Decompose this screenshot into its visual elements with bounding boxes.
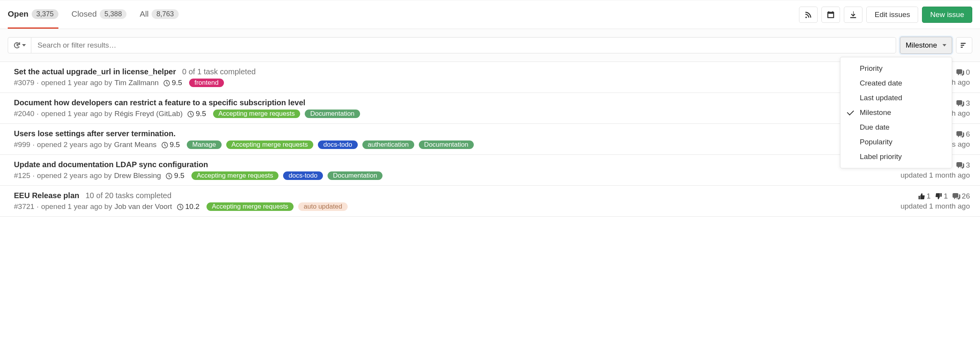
issue-id: #3721	[14, 202, 34, 211]
issue-author[interactable]: Drew Blessing	[114, 171, 161, 180]
edit-issues-button[interactable]: Edit issues	[866, 7, 918, 23]
export-button[interactable]	[844, 7, 862, 23]
upvotes: 1	[918, 192, 931, 200]
task-progress: 0 of 1 task completed	[182, 67, 256, 76]
issue-label[interactable]: Documentation	[419, 140, 474, 149]
issue-label[interactable]: Documentation	[305, 110, 360, 118]
issue-label[interactable]: Accepting merge requests	[191, 171, 279, 180]
downvotes: 1	[935, 192, 948, 200]
issue-author[interactable]: Tim Zallmann	[114, 79, 159, 87]
issue-label[interactable]: docs-todo	[318, 140, 358, 149]
search-history-button[interactable]	[8, 37, 31, 53]
sort-ascending-icon	[960, 41, 968, 49]
tab-open-label: Open	[8, 9, 29, 19]
comments-count[interactable]: 26	[953, 192, 970, 200]
download-icon	[849, 11, 857, 19]
issue-id: #125	[14, 171, 30, 180]
issue-milestone[interactable]: 9.5	[187, 110, 206, 118]
issue-updated: updated 1 month ago	[900, 171, 970, 180]
issue-updated: updated 1 month ago	[900, 202, 970, 211]
issue-meta: #3721 · opened 1 year ago by Job van der…	[14, 202, 348, 211]
issue-label[interactable]: frontend	[189, 79, 224, 87]
history-icon	[14, 42, 20, 49]
issue-meta: #999 · opened 2 years ago by Grant Means…	[14, 140, 474, 149]
new-issue-button[interactable]: New issue	[922, 7, 972, 23]
issue-row: Update and documentation LDAP sync confi…	[0, 155, 980, 186]
issues-list: Set the actual upgrade_url in license_he…	[0, 62, 980, 217]
sort-dropdown-button[interactable]: Milestone	[900, 37, 952, 54]
sort-current-label: Milestone	[906, 41, 937, 50]
filter-row: Milestone PriorityCreated dateLast updat…	[0, 29, 980, 62]
tab-closed[interactable]: Closed 5,388	[72, 0, 126, 29]
issues-topbar: Open 3,375 Closed 5,388 All 8,763 Edit i	[0, 0, 980, 29]
chevron-down-icon	[22, 44, 26, 46]
state-tabs: Open 3,375 Closed 5,388 All 8,763	[8, 0, 179, 29]
issue-milestone[interactable]: 9.5	[161, 140, 180, 149]
issue-row: Document how developers can restrict a f…	[0, 93, 980, 124]
calendar-button[interactable]	[821, 7, 840, 23]
sort-option-created-date[interactable]: Created date	[840, 76, 952, 91]
issue-milestone[interactable]: 9.5	[163, 79, 182, 87]
tab-all-count: 8,763	[152, 9, 178, 19]
issue-milestone[interactable]: 10.2	[177, 202, 200, 211]
issue-label[interactable]: docs-todo	[283, 171, 323, 180]
issue-meta: #125 · opened 2 years ago by Drew Blessi…	[14, 171, 382, 180]
sort-option-priority[interactable]: Priority	[840, 61, 952, 76]
comments-count[interactable]: 0	[956, 68, 970, 77]
issue-label[interactable]: auto updated	[298, 202, 347, 211]
sort-option-label-priority[interactable]: Label priority	[840, 149, 952, 164]
comments-count[interactable]: 3	[956, 99, 970, 108]
issue-author[interactable]: Job van der Voort	[114, 202, 172, 211]
search-input[interactable]	[31, 37, 896, 53]
issue-label[interactable]: Accepting merge requests	[213, 110, 300, 118]
sort-option-last-updated[interactable]: Last updated	[840, 91, 952, 105]
chevron-down-icon	[942, 44, 946, 46]
tab-all[interactable]: All 8,763	[140, 0, 178, 29]
sort-option-due-date[interactable]: Due date	[840, 120, 952, 135]
comments-count[interactable]: 3	[956, 161, 970, 170]
tab-all-label: All	[140, 9, 149, 19]
issue-milestone[interactable]: 9.5	[166, 171, 184, 180]
issue-label[interactable]: Manage	[187, 140, 221, 149]
issue-row: Set the actual upgrade_url in license_he…	[0, 62, 980, 93]
sort-dropdown-menu: PriorityCreated dateLast updatedMileston…	[840, 57, 952, 168]
issue-meta: #2040 · opened 1 year ago by Régis Freyd…	[14, 110, 360, 118]
task-progress: 10 of 20 tasks completed	[85, 191, 171, 200]
sort-direction-button[interactable]	[956, 37, 972, 53]
issue-id: #2040	[14, 110, 34, 118]
tab-open-count: 3,375	[32, 9, 58, 19]
issue-id: #3079	[14, 79, 34, 87]
rss-icon	[804, 11, 812, 19]
issue-title-link[interactable]: EEU Release plan	[14, 191, 79, 200]
issue-label[interactable]: Accepting merge requests	[226, 140, 314, 149]
issue-title-link[interactable]: Document how developers can restrict a f…	[14, 98, 306, 107]
issue-title-link[interactable]: Set the actual upgrade_url in license_he…	[14, 67, 176, 76]
issue-author[interactable]: Régis Freyd (GitLab)	[114, 110, 183, 118]
issue-label[interactable]: authentication	[362, 140, 414, 149]
issue-label[interactable]: Documentation	[328, 171, 382, 180]
issue-title-link[interactable]: Users lose settings after server termina…	[14, 129, 176, 138]
issue-author[interactable]: Grant Means	[114, 140, 157, 149]
issue-title-link[interactable]: Update and documentation LDAP sync confi…	[14, 160, 208, 169]
comments-count[interactable]: 6	[956, 130, 970, 139]
tab-open[interactable]: Open 3,375	[8, 0, 58, 29]
sort-option-popularity[interactable]: Popularity	[840, 135, 952, 149]
rss-button[interactable]	[799, 7, 818, 23]
calendar-icon	[827, 11, 835, 19]
issue-row: EEU Release plan 10 of 20 tasks complete…	[0, 186, 980, 217]
issue-id: #999	[14, 140, 30, 149]
issue-label[interactable]: Accepting merge requests	[207, 202, 294, 211]
toolbar-actions: Edit issues New issue	[799, 7, 972, 23]
tab-closed-label: Closed	[72, 9, 97, 19]
sort-option-milestone[interactable]: Milestone	[840, 105, 952, 120]
tab-closed-count: 5,388	[100, 9, 126, 19]
issue-row: Users lose settings after server termina…	[0, 124, 980, 155]
issue-meta: #3079 · opened 1 year ago by Tim Zallman…	[14, 79, 256, 87]
